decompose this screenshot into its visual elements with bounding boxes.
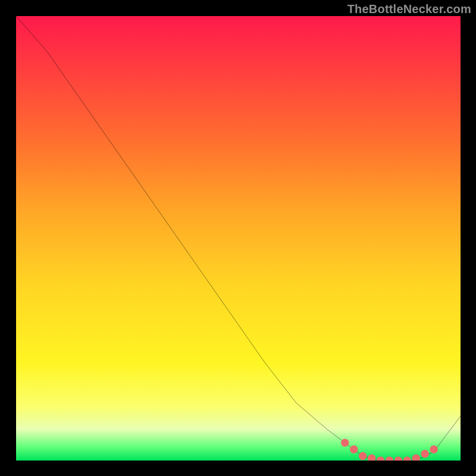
line-curve bbox=[16, 16, 461, 461]
svg-point-2 bbox=[359, 452, 367, 460]
svg-point-0 bbox=[341, 439, 349, 446]
chart-svg bbox=[16, 16, 461, 461]
svg-point-4 bbox=[377, 456, 384, 461]
svg-point-3 bbox=[368, 455, 375, 461]
svg-point-1 bbox=[350, 446, 358, 453]
svg-point-5 bbox=[386, 456, 393, 461]
valley-markers bbox=[341, 439, 438, 461]
chart-stage: TheBottleNecker.com bbox=[0, 0, 476, 476]
svg-point-7 bbox=[403, 456, 411, 461]
svg-point-8 bbox=[412, 455, 420, 461]
svg-point-10 bbox=[430, 446, 437, 453]
svg-point-9 bbox=[421, 450, 429, 458]
watermark-text: TheBottleNecker.com bbox=[347, 2, 471, 16]
svg-point-6 bbox=[394, 456, 402, 461]
